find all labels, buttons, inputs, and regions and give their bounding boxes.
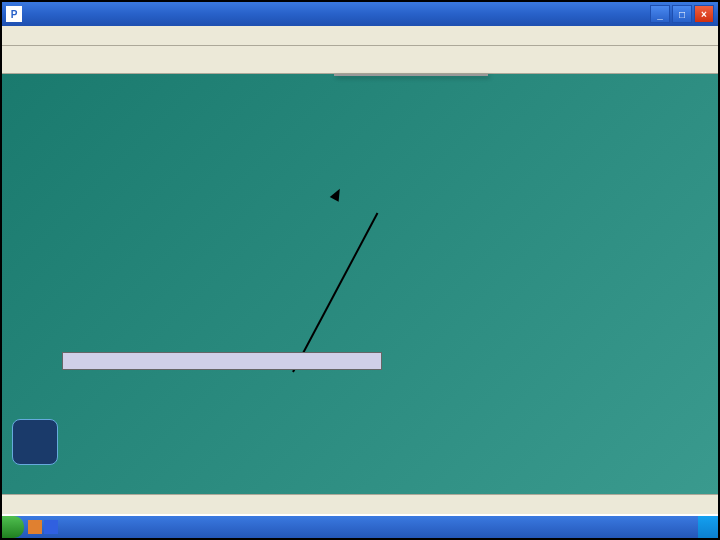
- ql-icon[interactable]: [28, 520, 42, 534]
- system-tray[interactable]: [698, 516, 718, 538]
- minimize-button[interactable]: _: [650, 5, 670, 23]
- main-area: [2, 74, 718, 494]
- app-window: P _ □ ×: [2, 2, 718, 516]
- titlebar-buttons: _ □ ×: [650, 5, 714, 23]
- titlebar: P _ □ ×: [2, 2, 718, 26]
- taskbar: [2, 516, 718, 538]
- start-button[interactable]: [2, 516, 24, 538]
- instruction-callout: [62, 352, 382, 370]
- maximize-button[interactable]: □: [672, 5, 692, 23]
- contact-info: [2, 482, 718, 492]
- quick-launch: [28, 520, 58, 534]
- footer-row: [2, 412, 718, 472]
- ql-icon[interactable]: [44, 520, 58, 534]
- statusbar: [2, 494, 718, 514]
- close-button[interactable]: ×: [694, 5, 714, 23]
- app-icon: P: [6, 6, 22, 22]
- vendor-logo: [12, 419, 58, 465]
- callout-arrow: [252, 202, 352, 362]
- menubar: [2, 26, 718, 46]
- toolbar: [2, 46, 718, 74]
- reports-dropdown: [334, 74, 488, 76]
